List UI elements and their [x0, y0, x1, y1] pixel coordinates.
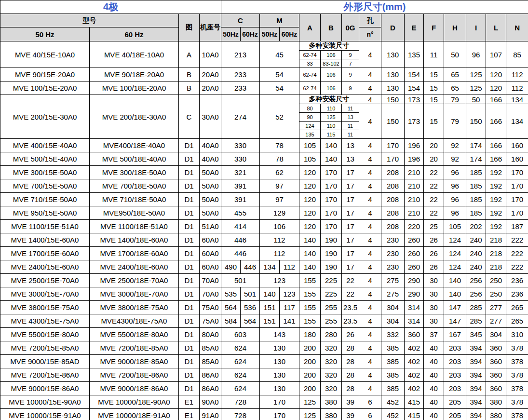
cell-m: 54 [260, 68, 299, 81]
cell-a: 62-74 [299, 81, 321, 95]
cell-holes: 4 [359, 247, 381, 260]
table-row: MVE 100/15E-20A0MVE 100/18E-20A0B20A0233… [0, 81, 528, 95]
cell-l: 166 [486, 152, 506, 166]
cell-h: 79 [444, 95, 466, 104]
cell-holes: 4 [359, 314, 381, 328]
cell-i: 125 [466, 81, 486, 95]
cell-e: 415 [405, 395, 424, 409]
cell-d: 275 [381, 287, 405, 301]
cell-fig: D1 [179, 220, 200, 233]
header-frame: 机座号 [200, 14, 221, 41]
cell-e: 135 [405, 41, 424, 68]
cell-e: 220 [405, 220, 424, 233]
cell-m: 97 [260, 193, 299, 206]
cell-model-60hz: MVE 90/18E-20A0 [90, 68, 179, 81]
cell-c-60hz: 536 [241, 301, 260, 314]
cell-b: 190 [321, 247, 342, 260]
cell-f: 40 [424, 382, 444, 395]
cell-d: 208 [381, 193, 405, 206]
cell-l: 277 [486, 301, 506, 314]
cell-a: 120 [299, 193, 321, 206]
table-row: MVE 5500/15E-80A0MVE 5500/18E-80A0D180A0… [0, 328, 528, 341]
cell-holes: 4 [359, 139, 381, 152]
table-row: MVE 4300/15E-75A0MVE4300/18E-75A0D175A05… [0, 314, 528, 328]
cell-c: 391 [221, 179, 260, 193]
header-hole-count: n° [359, 27, 381, 41]
cell-mount-label: 多种安装尺寸 [299, 41, 359, 51]
cell-fig: D1 [179, 368, 200, 382]
cell-og: 17 [342, 260, 359, 274]
cell-d: 208 [381, 166, 405, 179]
cell-e: 290 [405, 287, 424, 301]
cell-h: 96 [444, 179, 466, 193]
cell-d: 385 [381, 368, 405, 382]
cell-c: 330 [221, 152, 260, 166]
cell-e: 402 [405, 368, 424, 382]
cell-holes: 4 [359, 68, 381, 81]
cell-m: 112 [260, 233, 299, 247]
cell-f: 26 [424, 260, 444, 274]
table-row: MVE 950/15E-50A0MVE950/18E-50A0D150A0455… [0, 206, 528, 220]
table-row: MVE 40/15E-10A0MVE 40/18E-10A0A10A021345… [0, 41, 528, 51]
cell-holes: 4 [359, 382, 381, 395]
cell-f: 20 [424, 139, 444, 152]
cell-l: 107 [486, 41, 506, 68]
cell-model-60hz: MVE 9000/18E-85A0 [90, 355, 179, 368]
cell-fig: A [179, 41, 200, 68]
cell-model-50hz: MVE 10000/15E-90A0 [0, 395, 90, 409]
table-row: MVE 10000/15E-91A0MVE 10000/18E-91A0E191… [0, 409, 528, 420]
cell-og: 7 [342, 59, 359, 68]
cell-e: 154 [405, 68, 424, 81]
cell-model-60hz: MVE 7200/18E-85A0 [90, 341, 179, 355]
cell-e: 196 [405, 139, 424, 152]
cell-d: 385 [381, 382, 405, 395]
cell-h: 167 [444, 328, 466, 341]
cell-i: 185 [466, 166, 486, 179]
cell-m: 78 [260, 152, 299, 166]
cell-og: 23.5 [342, 301, 359, 314]
cell-og: 28 [342, 368, 359, 382]
cell-d: 230 [381, 233, 405, 247]
header-og: 0G [342, 14, 359, 41]
cell-model-50hz: MVE 9000/15E-86A0 [0, 382, 90, 395]
cell-h: 92 [444, 139, 466, 152]
cell-fig: D1 [179, 274, 200, 287]
cell-model-60hz: MVE 700/18E-50A0 [90, 179, 179, 193]
cell-l: 360 [486, 368, 506, 382]
cell-n: 265 [506, 314, 528, 328]
cell-h: 203 [444, 382, 466, 395]
cell-holes: 4 [359, 179, 381, 193]
cell-c: 274 [221, 95, 260, 139]
header-i: I [466, 14, 486, 41]
cell-i: 285 [466, 301, 486, 314]
cell-e: 415 [405, 409, 424, 420]
cell-i: 96 [466, 41, 486, 68]
table-body: MVE 40/15E-10A0MVE 40/18E-10A0A10A021345… [0, 41, 528, 420]
cell-d: 452 [381, 409, 405, 420]
cell-c-50hz: 584 [221, 314, 241, 328]
cell-m: 45 [260, 41, 299, 68]
cell-b: 140 [321, 152, 342, 166]
header-row-top: 型号 图 机座号 C M A B 0G 孔 D E F H I L N [0, 14, 528, 27]
cell-d: 208 [381, 220, 405, 233]
cell-frame: 30A0 [200, 95, 221, 139]
cell-m-60hz: 117 [280, 301, 299, 314]
cell-c: 321 [221, 166, 260, 179]
cell-m-50hz: 134 [260, 260, 280, 274]
header-model-50hz: 50 Hz [0, 27, 90, 41]
cell-a: 155 [299, 274, 321, 287]
cell-d: 332 [381, 328, 405, 341]
cell-e: 402 [405, 341, 424, 355]
cell-a: 62-74 [299, 68, 321, 81]
cell-m: 130 [260, 341, 299, 355]
cell-f: 20 [424, 152, 444, 166]
cell-i: 256 [466, 287, 486, 301]
cell-frame: 70A0 [200, 274, 221, 287]
cell-c: 391 [221, 193, 260, 206]
cell-a: 155 [299, 301, 321, 314]
cell-a: 200 [299, 355, 321, 368]
cell-og: 28 [342, 355, 359, 368]
cell-b: 106 [321, 81, 342, 95]
cell-n: 222 [506, 233, 528, 247]
cell-n: 170 [506, 166, 528, 179]
